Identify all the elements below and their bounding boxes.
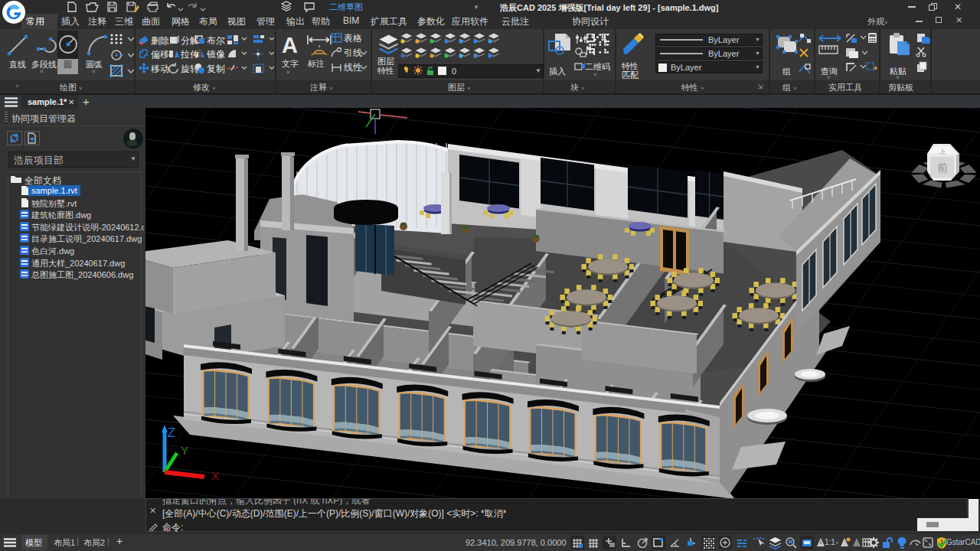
svg-text:Y: Y: [181, 444, 188, 457]
svg-text:Z: Z: [168, 426, 175, 439]
svg-text:上: 上: [939, 148, 947, 154]
svg-text:前: 前: [937, 161, 948, 174]
svg-text:引线: 引线: [344, 47, 362, 58]
svg-text:X: X: [211, 469, 219, 482]
svg-text:线性: 线性: [344, 62, 362, 73]
svg-text:表格: 表格: [344, 33, 362, 44]
